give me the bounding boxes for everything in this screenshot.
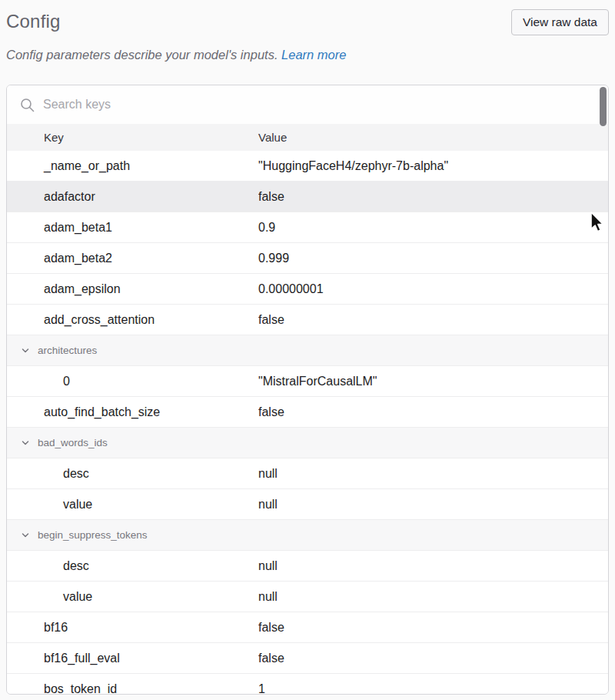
- table-row[interactable]: bf16_full_evalfalse: [7, 643, 608, 674]
- table-row[interactable]: 0"MistralForCausalLM": [7, 366, 608, 397]
- row-key: value: [63, 590, 92, 604]
- scrollbar-thumb[interactable]: [600, 87, 607, 126]
- table-row[interactable]: adam_epsilon0.00000001: [7, 274, 608, 305]
- row-key-cell: desc: [7, 467, 258, 481]
- row-value: "HuggingFaceH4/zephyr-7b-alpha": [258, 159, 608, 173]
- row-key: adam_beta1: [44, 221, 112, 235]
- row-value: 0.9: [258, 221, 608, 235]
- row-key-cell: bad_words_ids: [7, 437, 258, 448]
- table-row[interactable]: add_cross_attentionfalse: [7, 305, 608, 335]
- row-key: adam_epsilon: [44, 282, 121, 296]
- search-keys-input[interactable]: [43, 98, 504, 112]
- row-key: begin_suppress_tokens: [38, 529, 148, 541]
- search-bar: [7, 85, 608, 124]
- row-value: 0.999: [258, 252, 608, 265]
- row-key-cell: value: [7, 498, 258, 512]
- row-key-cell: architectures: [7, 345, 258, 356]
- chevron-down-icon: [21, 531, 30, 540]
- table-row[interactable]: adafactorfalse: [7, 182, 608, 212]
- group-row[interactable]: architectures: [7, 335, 608, 366]
- table-row[interactable]: bos_token_id1: [7, 674, 608, 695]
- group-row[interactable]: bad_words_ids: [7, 428, 608, 458]
- row-key-cell: adam_epsilon: [7, 282, 258, 296]
- config-page: Config View raw data Config parameters d…: [0, 0, 615, 700]
- column-header-key: Key: [7, 131, 258, 144]
- row-key: bf16: [44, 621, 68, 635]
- config-table-panel: Key Value _name_or_path"HuggingFaceH4/ze…: [6, 85, 609, 695]
- config-description: Config parameters describe your model's …: [6, 48, 609, 62]
- row-value: false: [258, 313, 608, 327]
- table-row[interactable]: valuenull: [7, 582, 608, 612]
- row-value: null: [258, 467, 608, 481]
- row-value: null: [258, 498, 608, 512]
- row-key: 0: [63, 375, 70, 388]
- row-key: _name_or_path: [44, 159, 130, 173]
- table-row[interactable]: valuenull: [7, 489, 608, 520]
- view-raw-data-button[interactable]: View raw data: [511, 9, 609, 35]
- row-value: null: [258, 590, 608, 604]
- row-key: bf16_full_eval: [44, 652, 120, 665]
- row-value: false: [258, 190, 608, 204]
- row-value: 0.00000001: [258, 282, 608, 296]
- row-key: add_cross_attention: [44, 313, 155, 327]
- row-key: value: [63, 498, 92, 512]
- table-row[interactable]: adam_beta10.9: [7, 212, 608, 243]
- table-row[interactable]: descnull: [7, 551, 608, 582]
- row-value: 1: [258, 682, 608, 695]
- row-key: auto_find_batch_size: [44, 405, 160, 419]
- row-key-cell: value: [7, 590, 258, 604]
- table-row[interactable]: adam_beta20.999: [7, 243, 608, 274]
- row-key-cell: bf16: [7, 621, 258, 635]
- chevron-down-icon: [21, 346, 30, 355]
- row-value: false: [258, 405, 608, 419]
- page-header: Config View raw data: [6, 0, 609, 35]
- row-value: "MistralForCausalLM": [258, 375, 608, 388]
- row-key-cell: adam_beta2: [7, 252, 258, 265]
- row-key: desc: [63, 467, 89, 481]
- table-row[interactable]: _name_or_path"HuggingFaceH4/zephyr-7b-al…: [7, 151, 608, 182]
- config-description-text: Config parameters describe your model's …: [6, 48, 281, 62]
- row-key: bos_token_id: [44, 682, 117, 695]
- page-title: Config: [6, 9, 61, 32]
- row-key-cell: adam_beta1: [7, 221, 258, 235]
- config-rows: _name_or_path"HuggingFaceH4/zephyr-7b-al…: [7, 151, 608, 695]
- row-key-cell: auto_find_batch_size: [7, 405, 258, 419]
- row-key: adam_beta2: [44, 252, 112, 265]
- table-row[interactable]: descnull: [7, 458, 608, 489]
- row-key-cell: adafactor: [7, 190, 258, 204]
- search-icon: [20, 98, 35, 112]
- row-key-cell: _name_or_path: [7, 159, 258, 173]
- row-value: false: [258, 621, 608, 635]
- chevron-down-icon: [21, 438, 30, 448]
- group-row[interactable]: begin_suppress_tokens: [7, 520, 608, 551]
- table-row[interactable]: bf16false: [7, 612, 608, 643]
- row-key-cell: desc: [7, 559, 258, 573]
- row-key: architectures: [38, 345, 97, 356]
- row-key-cell: add_cross_attention: [7, 313, 258, 327]
- learn-more-link[interactable]: Learn more: [281, 48, 346, 62]
- row-key-cell: 0: [7, 375, 258, 388]
- table-column-headers: Key Value: [7, 124, 608, 151]
- table-row[interactable]: auto_find_batch_sizefalse: [7, 397, 608, 428]
- row-key-cell: bf16_full_eval: [7, 652, 258, 665]
- row-key: bad_words_ids: [38, 437, 108, 448]
- column-header-value: Value: [258, 131, 608, 144]
- row-key-cell: begin_suppress_tokens: [7, 529, 258, 541]
- row-key: adafactor: [44, 190, 95, 204]
- row-key-cell: bos_token_id: [7, 682, 258, 695]
- row-key: desc: [63, 559, 89, 573]
- row-value: false: [258, 652, 608, 665]
- row-value: null: [258, 559, 608, 573]
